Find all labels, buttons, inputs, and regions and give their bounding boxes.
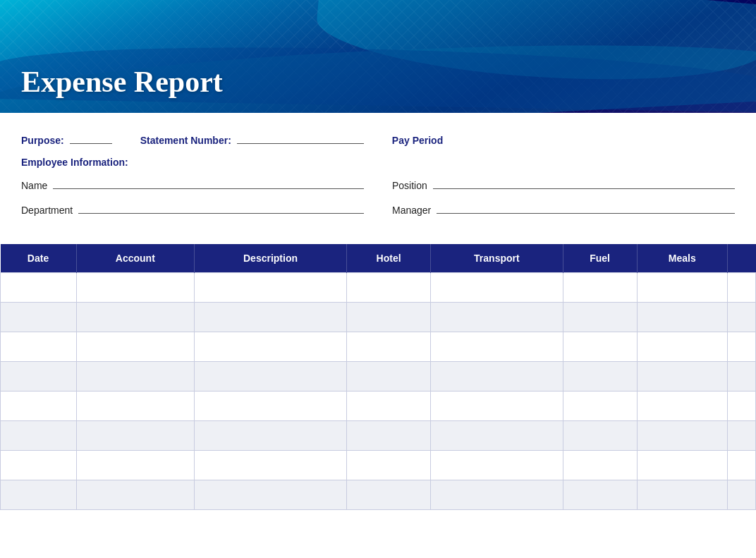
table-cell[interactable] (637, 451, 727, 480)
department-manager-row: Department Manager (21, 200, 735, 216)
table-cell[interactable] (1, 451, 77, 480)
table-cell[interactable] (1, 421, 77, 451)
table-cell[interactable] (195, 451, 347, 480)
table-cell[interactable] (76, 303, 195, 332)
table-row[interactable] (1, 332, 756, 362)
table-cell[interactable] (76, 362, 195, 392)
table-cell[interactable] (637, 392, 727, 421)
table-cell[interactable] (346, 303, 430, 332)
table-cell[interactable] (728, 273, 756, 303)
purpose-label: Purpose: (21, 135, 64, 146)
table-cell[interactable] (637, 273, 727, 303)
table-cell[interactable] (563, 273, 637, 303)
table-cell[interactable] (431, 480, 563, 510)
table-cell[interactable] (1, 480, 77, 510)
name-group: Name (21, 175, 364, 191)
table-cell[interactable] (563, 303, 637, 332)
table-cell[interactable] (728, 421, 756, 451)
table-cell[interactable] (431, 332, 563, 362)
table-cell[interactable] (1, 273, 77, 303)
pay-period-label: Pay Period (392, 135, 443, 146)
table-cell[interactable] (346, 480, 430, 510)
table-cell[interactable] (431, 362, 563, 392)
table-cell[interactable] (76, 273, 195, 303)
table-cell[interactable] (1, 392, 77, 421)
table-row[interactable] (1, 303, 756, 332)
table-cell[interactable] (728, 451, 756, 480)
table-cell[interactable] (1, 332, 77, 362)
table-row[interactable] (1, 392, 756, 421)
department-label: Department (21, 205, 73, 216)
table-cell[interactable] (195, 480, 347, 510)
table-cell[interactable] (637, 362, 727, 392)
table-cell[interactable] (346, 362, 430, 392)
department-input[interactable] (78, 200, 364, 214)
table-cell[interactable] (563, 451, 637, 480)
col-transport: Transport (431, 244, 563, 273)
table-cell[interactable] (728, 480, 756, 510)
table-header: Date Account Description Hotel Transport… (1, 244, 756, 273)
table-row[interactable] (1, 362, 756, 392)
expense-table-wrapper: Date Account Description Hotel Transport… (0, 244, 756, 510)
table-cell[interactable] (346, 392, 430, 421)
table-cell[interactable] (346, 451, 430, 480)
name-position-row: Name Position (21, 175, 735, 191)
statement-number-label: Statement Number: (140, 135, 231, 146)
table-cell[interactable] (563, 480, 637, 510)
table-cell[interactable] (195, 273, 347, 303)
table-cell[interactable] (563, 421, 637, 451)
table-cell[interactable] (195, 392, 347, 421)
table-cell[interactable] (431, 421, 563, 451)
table-cell[interactable] (76, 332, 195, 362)
table-cell[interactable] (195, 332, 347, 362)
table-cell[interactable] (431, 392, 563, 421)
purpose-group: Purpose: (21, 130, 112, 146)
table-cell[interactable] (76, 480, 195, 510)
table-cell[interactable] (431, 451, 563, 480)
table-cell[interactable] (76, 451, 195, 480)
manager-group: Manager (392, 200, 735, 216)
col-account: Account (76, 244, 195, 273)
manager-input[interactable] (437, 200, 735, 214)
table-cell[interactable] (195, 362, 347, 392)
table-cell[interactable] (76, 421, 195, 451)
table-cell[interactable] (728, 332, 756, 362)
table-cell[interactable] (431, 273, 563, 303)
statement-number-input[interactable] (237, 130, 364, 144)
statement-number-group: Statement Number: (140, 130, 364, 146)
table-cell[interactable] (563, 362, 637, 392)
table-cell[interactable] (346, 332, 430, 362)
table-cell[interactable] (563, 392, 637, 421)
table-cell[interactable] (195, 421, 347, 451)
table-cell[interactable] (637, 480, 727, 510)
table-cell[interactable] (346, 421, 430, 451)
form-section: Purpose: Statement Number: Pay Period Em… (0, 113, 756, 231)
table-cell[interactable] (195, 303, 347, 332)
table-cell[interactable] (637, 332, 727, 362)
report-header: Expense Report (0, 0, 756, 113)
col-fuel: Fuel (563, 244, 637, 273)
table-cell[interactable] (728, 303, 756, 332)
table-cell[interactable] (346, 273, 430, 303)
table-cell[interactable] (563, 332, 637, 362)
table-row[interactable] (1, 451, 756, 480)
table-cell[interactable] (431, 303, 563, 332)
col-description: Description (195, 244, 347, 273)
table-row[interactable] (1, 421, 756, 451)
table-cell[interactable] (637, 421, 727, 451)
report-title: Expense Report (21, 65, 223, 99)
position-input[interactable] (433, 175, 735, 189)
table-cell[interactable] (728, 362, 756, 392)
col-hotel: Hotel (346, 244, 430, 273)
manager-label: Manager (392, 205, 431, 216)
table-cell[interactable] (76, 392, 195, 421)
table-cell[interactable] (728, 392, 756, 421)
table-cell[interactable] (1, 362, 77, 392)
table-row[interactable] (1, 480, 756, 510)
table-cell[interactable] (1, 303, 77, 332)
name-input[interactable] (53, 175, 364, 189)
purpose-input[interactable] (70, 130, 112, 144)
table-cell[interactable] (637, 303, 727, 332)
table-row[interactable] (1, 273, 756, 303)
pay-period-group: Pay Period (392, 134, 443, 147)
